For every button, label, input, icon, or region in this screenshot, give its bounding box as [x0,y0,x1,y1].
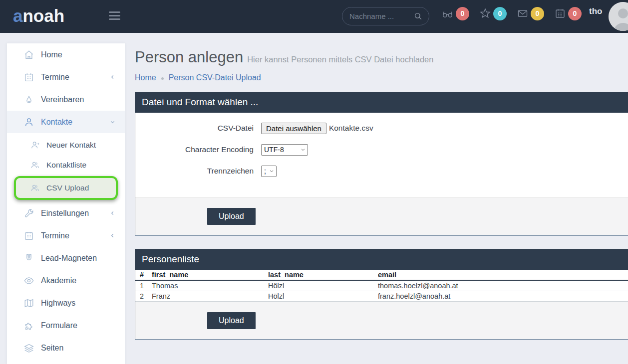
sidebar-item-home[interactable]: Home [7,43,125,66]
notif-mail[interactable]: 0 [517,7,544,20]
person-list-panel: Personenliste # first_name last_name ema… [135,249,628,340]
upload-button[interactable]: Upload [207,208,256,225]
selected-file-name: Kontakte.csv [329,124,373,133]
csv-upload-highlight: CSV Upload [14,176,118,200]
sidebar-item-label: Akademie [41,276,118,285]
sidebar-item-neuer-kontakt[interactable]: Neuer Kontakt [7,135,125,155]
chevron-down-icon [109,119,116,125]
sidebar-item-einstellungen[interactable]: Einstellungen [7,202,125,224]
star-badge[interactable]: 0 [493,7,507,20]
sidebar-item-lead-magneten[interactable]: Lead-Magneten [7,247,125,269]
breadcrumb: Home Person CSV-Datei Upload [135,73,628,82]
calendar-icon [23,230,34,241]
upload-panel-footer: Upload [135,197,628,235]
sidebar-item-label: Formulare [41,321,118,330]
search-input[interactable] [349,12,413,20]
cell-first-name: Franz [149,291,265,302]
sidebar-item-formulare[interactable]: Formulare [7,314,125,337]
flame-icon [23,94,34,105]
sidebar-item-highways[interactable]: Highways [7,292,125,314]
sidebar-item-label: Einstellungen [41,209,109,218]
upload-panel-title: Datei und Format wählen ... [135,92,628,113]
sidebar-item-label: Kontaktliste [46,161,118,170]
table-row: 1 Thomas Hölzl thomas.hoelzl@anoah.at [135,280,628,291]
page-title: Person anlegen [135,48,243,66]
upload-form-body: CSV-Datei Datei auswählen Kontakte.csv C… [135,113,628,197]
star-icon [479,7,491,19]
sidebar-item-termine-1[interactable]: Termine [7,66,125,88]
layers-icon [23,343,34,354]
cell-last-name: Hölzl [265,280,375,291]
sidebar-item-kontakte[interactable]: Kontakte [7,111,125,133]
notif-glasses[interactable]: 0 [441,7,469,20]
person-list-body: # first_name last_name email 1 Thomas Hö… [135,270,628,302]
search-icon[interactable] [413,11,423,21]
col-header-email: email [375,270,628,280]
kontakte-submenu: Neuer Kontakt Kontaktliste CSV Upload [7,133,125,200]
person-list-title: Personenliste [135,249,628,270]
file-select-button[interactable]: Datei auswählen [261,123,326,134]
chevron-left-icon [109,210,116,216]
table-row: 2 Franz Hölzl franz.hoelzl@anoah.at [135,291,628,302]
page-subtitle: Hier kannst Personen mittels CSV Datei h… [247,55,433,64]
sidebar-item-label: Neuer Kontakt [46,141,118,150]
sidebar-item-csv-upload[interactable]: CSV Upload [16,178,116,198]
sidebar-item-vereinbaren[interactable]: Vereinbaren [7,88,125,111]
breadcrumb-separator [161,77,164,80]
calendar-icon [23,72,34,83]
sidebar-item-label: Kontakte [41,118,109,127]
sidebar-item-label: Termine [41,73,109,82]
hamburger-menu-icon[interactable] [109,11,120,22]
separator-value: ; [264,167,266,175]
logo-rest: noah [22,6,64,25]
col-header-last-name: last_name [265,270,375,280]
map-icon [23,298,34,309]
sidebar-item-label: Lead-Magneten [41,254,118,263]
person-list-footer: Upload [135,302,628,339]
separator-select[interactable]: ; [261,166,277,177]
encoding-select[interactable]: UTF-8 [261,144,308,156]
search-box[interactable] [342,7,429,25]
avatar[interactable] [609,2,628,31]
sidebar-item-termine-2[interactable]: Termine [7,224,125,247]
notif-star[interactable]: 0 [479,7,507,20]
users-icon [30,160,40,170]
glasses-badge[interactable]: 0 [456,7,469,20]
sidebar-item-label: Highways [41,299,118,308]
upload-button[interactable]: Upload [207,312,256,329]
csv-file-row: CSV-Datei Datei auswählen Kontakte.csv [135,121,628,135]
calendar-badge[interactable]: 0 [568,7,582,20]
encoding-value: UTF-8 [264,146,284,154]
sidebar-item-kontaktliste[interactable]: Kontaktliste [7,155,125,175]
cell-num: 2 [135,291,149,302]
chevron-left-icon [109,232,116,239]
app-logo[interactable]: anoah [13,6,64,26]
breadcrumb-current-link[interactable]: Person CSV-Datei Upload [169,73,261,82]
sidebar-item-label: Vereinbaren [41,95,118,104]
mail-badge[interactable]: 0 [531,7,544,20]
wrench-icon [23,208,34,219]
cell-num: 1 [135,280,149,291]
sidebar-item-label: Home [41,50,118,59]
upload-form-panel: Datei und Format wählen ... CSV-Datei Da… [135,92,628,236]
users-icon [30,183,40,193]
separator-label: Trennzeichen [135,167,254,176]
sidebar-item-label: Seiten [41,344,118,353]
notif-calendar[interactable]: 0 [554,7,582,20]
sidebar-item-seiten[interactable]: Seiten [7,337,125,359]
cell-email: thomas.hoelzl@anoah.at [375,280,628,291]
home-icon [23,49,34,60]
sidebar-navigation: Home Termine Vereinbaren [7,43,125,364]
cell-last-name: Hölzl [265,291,375,302]
username-label[interactable]: tho [589,6,602,16]
eye-icon [23,275,34,286]
breadcrumb-home-link[interactable]: Home [135,73,156,82]
person-table: # first_name last_name email 1 Thomas Hö… [135,270,628,302]
sidebar-item-akademie[interactable]: Akademie [7,269,125,292]
encoding-row: Character Encoding UTF-8 [135,143,628,157]
chevron-down-icon [269,169,274,174]
calendar-icon [554,7,566,19]
csv-file-label: CSV-Datei [135,124,254,133]
page-head: Person anlegenHier kannst Personen mitte… [135,43,628,66]
puzzle-icon [23,320,34,331]
